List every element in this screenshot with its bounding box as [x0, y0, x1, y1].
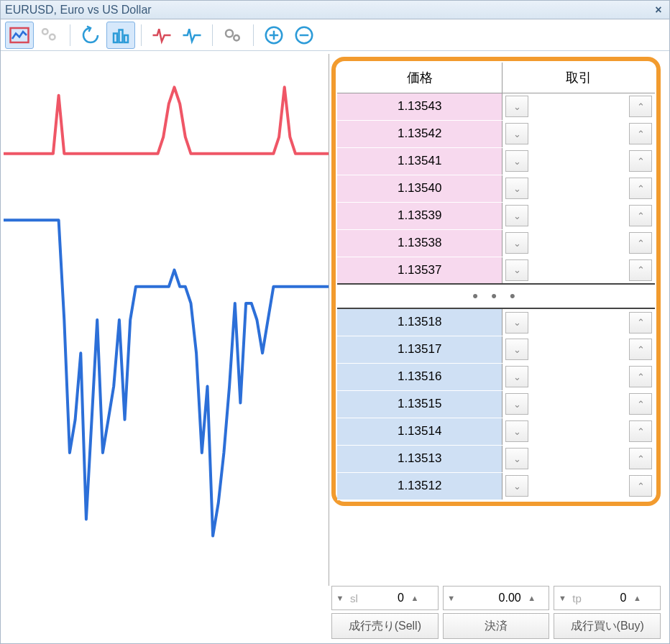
buy-at-price-button[interactable]: ⌃	[629, 96, 652, 117]
toolbar-separator	[253, 24, 254, 46]
pulse2-button[interactable]	[178, 22, 206, 49]
pulse1-icon	[151, 24, 173, 46]
sell-at-price-button[interactable]: ⌄	[505, 393, 528, 415]
dom-row-ask[interactable]: 1.13537⌄⌃	[337, 257, 655, 284]
dom-row-bid[interactable]: 1.13515⌄⌃	[337, 390, 655, 418]
bar-chart-icon	[110, 24, 132, 46]
buy-at-price-button[interactable]: ⌃	[629, 259, 652, 281]
sell-at-price-button[interactable]: ⌄	[505, 420, 528, 442]
sell-at-price-button[interactable]: ⌄	[505, 205, 528, 226]
chevron-down-icon: ⌄	[513, 156, 521, 167]
dom-row-bid[interactable]: 1.13513⌄⌃	[337, 445, 655, 472]
sell-at-price-button[interactable]: ⌄	[505, 123, 528, 144]
tick-chart-button[interactable]	[5, 22, 34, 49]
chevron-up-icon: ⌃	[637, 264, 645, 275]
dom-row-bid[interactable]: 1.13517⌄⌃	[337, 336, 655, 363]
replay-button[interactable]	[76, 22, 105, 49]
dom-window: EURUSD, Euro vs US Dollar × 価格 取引 1.1354…	[0, 0, 670, 644]
depth-view-icon	[39, 24, 60, 46]
spread-row: • • •	[337, 284, 655, 308]
buy-at-price-button[interactable]: ⌃	[629, 393, 652, 415]
dom-row-ask[interactable]: 1.13542⌄⌃	[337, 120, 655, 147]
lots-spinner[interactable]: ▼ ▲	[443, 586, 550, 610]
chevron-down-icon[interactable]: ▼	[332, 594, 348, 602]
pulse1-button[interactable]	[147, 22, 176, 49]
buy-at-price-button[interactable]: ⌃	[629, 366, 652, 387]
chevron-up-icon: ⌃	[637, 211, 645, 221]
close-icon[interactable]: ×	[652, 4, 665, 17]
buy-at-price-button[interactable]: ⌃	[629, 312, 652, 334]
price-cell: 1.13514	[337, 418, 502, 445]
sell-at-price-button[interactable]: ⌄	[505, 178, 528, 199]
dom-row-ask[interactable]: 1.13543⌄⌃	[337, 93, 655, 120]
buy-at-price-button[interactable]: ⌃	[629, 205, 652, 226]
buy-at-price-button[interactable]: ⌃	[629, 123, 652, 144]
svg-rect-3	[114, 33, 117, 42]
buy-at-price-button[interactable]: ⌃	[629, 178, 652, 199]
price-cell: 1.13516	[337, 363, 502, 390]
sell-at-price-button[interactable]: ⌄	[505, 475, 528, 497]
dom-row-bid[interactable]: 1.13516⌄⌃	[337, 363, 655, 390]
sell-at-price-button[interactable]: ⌄	[505, 96, 528, 117]
buy-at-price-button[interactable]: ⌃	[629, 150, 652, 172]
toolbar-separator	[212, 24, 213, 46]
sell-at-price-button[interactable]: ⌄	[505, 150, 528, 172]
tp-spinner[interactable]: ▼ tp ▲	[554, 586, 661, 610]
buy-at-price-button[interactable]: ⌃	[629, 475, 652, 497]
chevron-down-icon: ⌄	[513, 372, 521, 382]
dom-row-ask[interactable]: 1.13540⌄⌃	[337, 175, 655, 202]
trade-cell: ⌄⌃	[502, 308, 655, 336]
buy-at-price-button[interactable]: ⌃	[629, 448, 652, 469]
chevron-down-icon: ⌄	[513, 481, 521, 492]
buy-button[interactable]: 成行買い(Buy)	[554, 613, 661, 639]
sell-at-price-button[interactable]: ⌄	[505, 366, 528, 387]
sl-spinner[interactable]: ▼ sl ▲	[331, 586, 439, 610]
chevron-up-icon[interactable]: ▲	[524, 594, 540, 602]
trade-cell: ⌄⌃	[502, 336, 655, 363]
sell-button[interactable]: 成行売り(Sell)	[331, 613, 439, 639]
close-button[interactable]: 決済	[443, 613, 550, 639]
trade-cell: ⌄⌃	[502, 202, 655, 229]
price-cell: 1.13515	[337, 390, 502, 418]
chevron-down-icon: ⌄	[513, 264, 521, 275]
tp-input[interactable]	[584, 592, 629, 604]
buy-at-price-button[interactable]: ⌃	[629, 339, 652, 360]
chevron-up-icon[interactable]: ▲	[407, 594, 423, 602]
sell-at-price-button[interactable]: ⌄	[505, 339, 528, 360]
svg-point-7	[234, 35, 239, 41]
dom-row-ask[interactable]: 1.13541⌄⌃	[337, 147, 655, 175]
sell-at-price-button[interactable]: ⌄	[505, 232, 528, 254]
chevron-up-icon: ⌃	[637, 238, 645, 249]
lots-input[interactable]	[459, 592, 524, 604]
tick-chart-icon	[9, 24, 30, 46]
titlebar: EURUSD, Euro vs US Dollar ×	[1, 1, 669, 19]
price-cell: 1.13538	[337, 229, 502, 257]
chevron-down-icon[interactable]: ▼	[444, 594, 459, 602]
tick-chart	[4, 54, 329, 586]
sell-at-price-button[interactable]: ⌄	[505, 259, 528, 281]
zoom-out-button[interactable]	[290, 22, 318, 49]
buy-at-price-button[interactable]: ⌃	[629, 420, 652, 442]
dom-row-ask[interactable]: 1.13539⌄⌃	[337, 202, 655, 229]
dom-row-bid[interactable]: 1.13514⌄⌃	[337, 418, 655, 445]
sl-input[interactable]	[362, 592, 407, 604]
svg-rect-4	[119, 29, 123, 42]
chevron-up-icon[interactable]: ▲	[629, 594, 645, 602]
bubbles-button[interactable]	[219, 22, 247, 49]
panel-divider	[329, 54, 329, 586]
trade-cell: ⌄⌃	[502, 418, 655, 445]
sell-at-price-button[interactable]: ⌄	[505, 312, 528, 334]
zoom-in-button[interactable]	[260, 22, 288, 49]
dom-row-ask[interactable]: 1.13538⌄⌃	[337, 229, 655, 257]
dom-row-bid[interactable]: 1.13512⌄⌃	[337, 472, 655, 500]
bar-chart-button[interactable]	[106, 22, 135, 49]
price-cell: 1.13517	[337, 336, 502, 363]
zoom-out-icon	[293, 24, 315, 46]
chevron-down-icon[interactable]: ▼	[554, 594, 570, 602]
dom-panel: 価格 取引 1.13543⌄⌃1.13542⌄⌃1.13541⌄⌃1.13540…	[331, 57, 661, 506]
sl-placeholder: sl	[348, 592, 362, 604]
buy-at-price-button[interactable]: ⌃	[629, 232, 652, 254]
dom-row-bid[interactable]: 1.13518⌄⌃	[337, 308, 655, 336]
sell-at-price-button[interactable]: ⌄	[505, 448, 528, 469]
toolbar	[1, 19, 669, 51]
